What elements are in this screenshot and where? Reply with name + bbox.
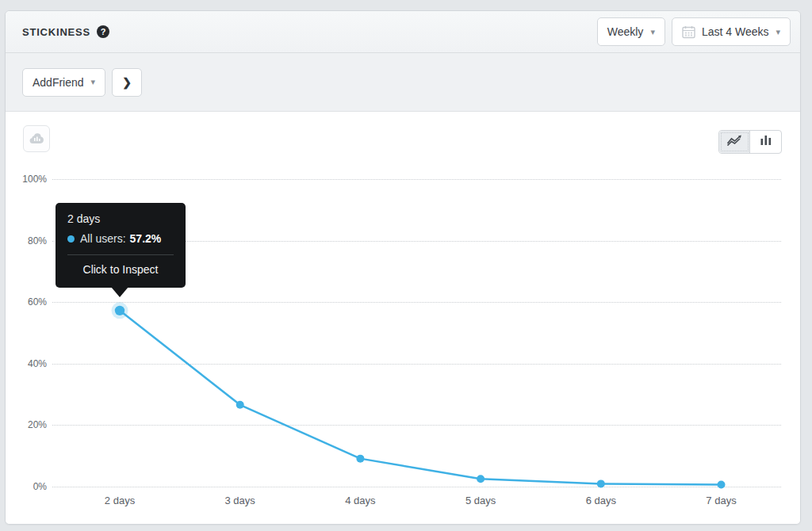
tooltip-value: 57.2% (130, 232, 162, 245)
data-point[interactable] (356, 455, 364, 463)
point-tooltip[interactable]: 2 days All users: 57.2% Click to Inspect (56, 203, 186, 288)
event-name-label: AddFriend (33, 76, 84, 89)
series-dot-icon (67, 235, 75, 243)
stickiness-card: STICKINESS ? Weekly ▾ Last 4 Wee (5, 10, 801, 525)
help-icon[interactable]: ? (97, 25, 109, 38)
x-axis-tick: 6 days (586, 495, 616, 506)
x-axis-tick: 5 days (465, 495, 496, 506)
granularity-label: Weekly (607, 25, 644, 38)
date-range-dropdown[interactable]: Last 4 Weeks ▾ (672, 17, 791, 46)
event-selector-dropdown[interactable]: AddFriend ▾ (22, 68, 105, 97)
add-step-button[interactable]: ❯ (112, 68, 142, 97)
page-title: STICKINESS (22, 26, 90, 38)
chart-panel: 100%80%60%40%20%0%2 days3 days4 days5 da… (6, 112, 800, 524)
y-axis-tick: 20% (12, 419, 47, 430)
x-axis-tick: 4 days (345, 495, 375, 506)
y-axis-tick: 0% (12, 481, 47, 492)
x-axis-tick: 2 days (105, 495, 135, 506)
y-axis-tick: 60% (12, 296, 47, 308)
data-point[interactable] (115, 306, 124, 315)
y-axis-tick: 100% (12, 174, 47, 185)
caret-down-icon: ▾ (91, 78, 96, 86)
x-axis-tick: 7 days (706, 495, 736, 506)
data-point[interactable] (477, 475, 485, 483)
y-axis-tick: 40% (12, 358, 47, 369)
tooltip-title: 2 days (67, 212, 174, 225)
card-header: STICKINESS ? Weekly ▾ Last 4 Wee (6, 11, 800, 53)
y-axis-tick: 80% (12, 235, 47, 246)
tooltip-inspect-hint: Click to Inspect (67, 255, 174, 276)
event-toolbar: AddFriend ▾ ❯ (6, 53, 800, 112)
tooltip-series-label: All users: (80, 232, 126, 245)
tooltip-series-row: All users: 57.2% (67, 232, 174, 245)
chevron-right-icon: ❯ (122, 76, 132, 89)
x-axis-tick: 3 days (225, 495, 255, 506)
data-point[interactable] (236, 401, 244, 409)
data-point[interactable] (597, 479, 605, 487)
caret-down-icon: ▾ (650, 28, 655, 36)
stickiness-line-chart[interactable] (6, 112, 800, 524)
data-point[interactable] (718, 481, 726, 489)
granularity-dropdown[interactable]: Weekly ▾ (597, 17, 665, 46)
calendar-icon (682, 25, 695, 39)
caret-down-icon: ▾ (776, 28, 780, 36)
series-line (120, 311, 722, 485)
date-range-label: Last 4 Weeks (702, 25, 769, 38)
